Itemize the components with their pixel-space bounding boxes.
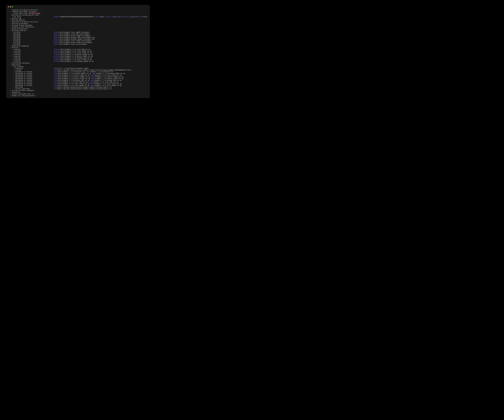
log-fields: file=dist/example_1.1.0_linux_armv6.tar.… xyxy=(54,83,122,85)
bullet-icon: • xyxy=(10,36,13,38)
log-line: • buildingbinary=dist/example_linux_arm6… xyxy=(10,40,148,42)
field-value: main xyxy=(101,16,104,18)
bullet-icon: • xyxy=(10,78,15,79)
bullet-icon: • xyxy=(10,81,15,83)
field-key: url xyxy=(54,88,56,90)
log-line: • creatingarchive=dist/example_1.1.0_dar… xyxy=(10,55,148,57)
field-value: dist/example_windows_amd64_v1/example.ex… xyxy=(60,38,95,40)
field-value: dist/example_1.1.0_linux_armv6.tar.gz xyxy=(58,83,90,84)
log-fields: file=dist/example_1.1.0_darwin_amd64.tar… xyxy=(54,76,123,78)
field-value: goreleaser/example-simple xyxy=(67,67,89,69)
bullet-icon: • xyxy=(10,88,15,90)
log-fields: file=dist/example_1.1.0_windows_386.tar.… xyxy=(54,79,122,81)
field-equals: = xyxy=(57,85,58,86)
field-key: name xyxy=(90,83,94,84)
field-key: binary xyxy=(54,33,59,35)
log-label: building xyxy=(13,31,20,33)
field-key: archive xyxy=(54,59,60,60)
zoom-button[interactable] xyxy=(12,6,13,7)
log-label: git state xyxy=(13,16,21,18)
bullet-icon: • xyxy=(10,12,13,14)
log-line: • buildingbinary=dist/example_darwin_amd… xyxy=(10,35,148,36)
field-key: binary xyxy=(54,40,59,41)
log-label: uploading to release xyxy=(15,81,32,83)
bullet-icon: • xyxy=(10,69,15,71)
bullet-icon: • xyxy=(10,14,12,16)
log-line: • creatingarchive=dist/example_1.1.0_lin… xyxy=(10,52,148,54)
log-line: • announcing xyxy=(10,91,148,93)
log-line: • uploading to releasefile=dist/example_… xyxy=(10,76,148,78)
field-equals: = xyxy=(57,81,58,83)
log-fields: url=https://github.com/goreleaser/exampl… xyxy=(54,69,131,71)
field-value: dist/example_1.1.0_linux_386.tar.gz xyxy=(58,81,88,83)
terminal-output[interactable]: • cleaning distribution directory• loadi… xyxy=(10,9,148,97)
log-fields: binary=dist/example_linux_arm64_v8.0/exa… xyxy=(54,40,91,42)
bullet-icon: • xyxy=(10,28,12,29)
field-key: name xyxy=(86,71,90,72)
bullet-icon: • xyxy=(10,48,13,50)
log-line: • buildingbinary=dist/example_linux_arm_… xyxy=(10,43,148,45)
log-fields: file=dist/example_1.1.0_checksums.txt na… xyxy=(54,71,113,73)
log-line: • getting and validating git state xyxy=(10,14,148,16)
field-equals: = xyxy=(59,16,60,18)
log-label: ensuring distribution directory xyxy=(12,21,38,23)
log-label: thanks for using goreleaser! xyxy=(12,95,36,96)
log-label: created xyxy=(15,69,21,71)
log-line: • buildingbinary=dist/example_darwin_arm… xyxy=(10,42,148,43)
field-value: https://github.com/goreleaser/example-si… xyxy=(57,86,112,88)
bullet-icon: • xyxy=(10,21,12,23)
bullet-icon: • xyxy=(10,71,15,72)
log-line: • setting defaults xyxy=(10,19,148,21)
field-key: binary xyxy=(54,35,59,36)
log-line: • uploading to releasefile=dist/example_… xyxy=(10,73,148,74)
field-value: example_1.1.0_windows_386.tar.gz xyxy=(95,79,122,81)
log-line: • release succeeded after 7s xyxy=(10,93,148,95)
log-label: building xyxy=(13,43,20,45)
log-label: creating xyxy=(13,59,20,60)
bullet-icon: • xyxy=(10,31,13,33)
field-key: archive xyxy=(54,52,60,53)
minimize-button[interactable] xyxy=(10,6,11,7)
log-line: • creatingarchive=dist/example_1.1.0_win… xyxy=(10,57,148,59)
bullet-icon: • xyxy=(10,33,13,35)
log-fields: binary=dist/example_darwin_amd64_v1/exam… xyxy=(54,35,90,36)
log-line: • building binaries xyxy=(10,30,148,31)
field-equals: = xyxy=(92,81,93,83)
field-key: dirty xyxy=(138,16,142,18)
field-value: example_1.1.0_linux_arm64.tar.gz xyxy=(95,74,122,76)
field-key: file xyxy=(54,85,57,86)
log-label: creating xyxy=(13,60,20,62)
field-key: commit xyxy=(54,16,59,18)
field-value: dist/example_windows_386_sse2/example.ex… xyxy=(60,36,95,38)
field-key: file xyxy=(54,78,57,79)
log-line: • creatingarchive=dist/example_1.1.0_lin… xyxy=(10,48,148,50)
log-line: • uploading to releasefile=dist/example_… xyxy=(10,78,148,79)
field-value: dist/example_1.1.0_darwin_arm64.tar.gz xyxy=(58,78,90,79)
field-value: dist/example_1.1.0_windows_386.tar.gz xyxy=(60,57,92,59)
field-value: dist/example_1.1.0_linux_arm64.tar.gz xyxy=(58,74,90,76)
log-fields: archive=dist/example_1.1.0_windows_386.t… xyxy=(54,57,92,59)
bullet-icon: • xyxy=(10,26,12,28)
log-line: • createdurl=https://github.com/goreleas… xyxy=(10,69,148,71)
bullet-icon: • xyxy=(10,11,12,12)
field-equals: = xyxy=(59,33,60,35)
field-equals: = xyxy=(95,78,96,79)
bullet-icon: • xyxy=(10,86,15,88)
field-equals: = xyxy=(95,76,96,78)
close-button[interactable] xyxy=(8,6,9,7)
bullet-icon: • xyxy=(10,76,15,78)
log-line: • publishedurl=https://github.com/gorele… xyxy=(10,86,148,88)
bullet-icon: • xyxy=(10,59,13,60)
log-label: uploading to release xyxy=(15,83,32,84)
log-line: • setting up metadata xyxy=(10,23,148,24)
field-value: dist/example_1.1.0_windows_386.tar.gz xyxy=(58,79,90,81)
bullet-icon: • xyxy=(10,83,15,84)
log-line: • loading environment variables xyxy=(10,11,148,12)
field-value: dist/example_1.1.0_checksums.txt xyxy=(58,71,85,72)
field-equals: = xyxy=(142,16,143,18)
log-label: uploading to release xyxy=(15,78,32,79)
bullet-icon: • xyxy=(10,9,12,11)
titlebar[interactable] xyxy=(6,5,150,9)
bullet-icon: • xyxy=(10,90,12,91)
log-label: cleaning distribution directory xyxy=(12,9,38,11)
